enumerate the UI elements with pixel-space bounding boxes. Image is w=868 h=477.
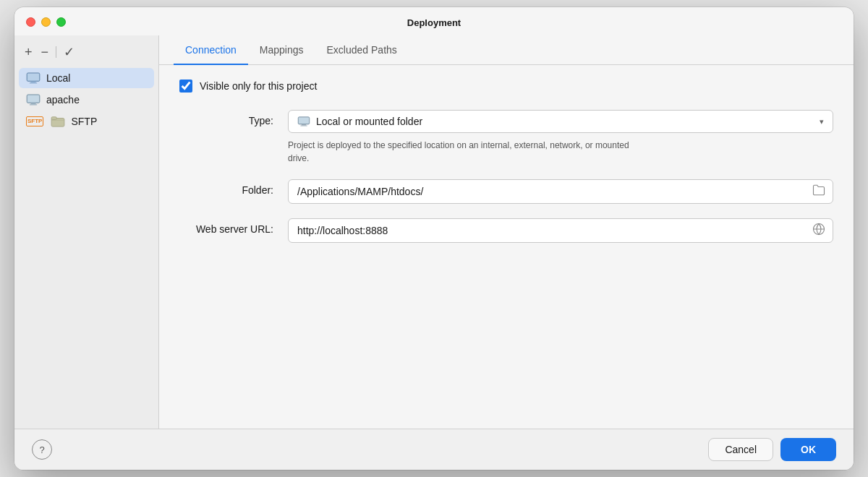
web-server-url-input-wrap (288, 218, 833, 243)
type-dropdown-value: Local or mounted folder (316, 116, 422, 127)
sidebar-item-apache-label: apache (46, 94, 80, 106)
close-button[interactable] (26, 17, 35, 27)
chevron-down-icon: ▾ (820, 117, 824, 126)
tab-mappings[interactable]: Mappings (248, 35, 315, 65)
folder-input[interactable] (289, 180, 805, 203)
web-server-url-input[interactable] (289, 219, 805, 242)
visible-only-label: Visible only for this project (200, 80, 317, 92)
deployment-dialog: Deployment + − ✓ Local (14, 7, 854, 470)
type-row: Type: Local or mounted folder ▾ (179, 110, 833, 165)
svg-rect-1 (30, 81, 35, 82)
toolbar-separator (56, 46, 56, 58)
sidebar-item-local-label: Local (46, 72, 70, 84)
footer: ? Cancel OK (14, 429, 854, 470)
monitor-icon-apache (26, 94, 41, 106)
type-dropdown-icon (297, 116, 310, 126)
sidebar-toolbar: + − ✓ (14, 41, 158, 67)
add-server-button[interactable]: + (22, 44, 35, 60)
tabs-bar: Connection Mappings Excluded Paths (159, 35, 854, 65)
cancel-button[interactable]: Cancel (708, 438, 773, 461)
help-button[interactable]: ? (32, 439, 52, 460)
sidebar-item-apache[interactable]: apache (19, 90, 154, 110)
web-server-url-control-wrap (288, 218, 833, 243)
folder-label: Folder: (179, 179, 273, 196)
type-control-wrap: Local or mounted folder ▾ Project is dep… (288, 110, 833, 165)
form-area: Visible only for this project Type: (159, 65, 854, 429)
right-panel: Connection Mappings Excluded Paths Visib… (159, 35, 854, 429)
svg-rect-11 (302, 124, 306, 126)
folder-control-wrap (288, 179, 833, 204)
remove-server-button[interactable]: − (38, 44, 52, 60)
folder-row: Folder: (179, 179, 833, 204)
tab-excluded-paths[interactable]: Excluded Paths (315, 35, 409, 65)
window-controls (26, 17, 66, 27)
globe-icon[interactable] (805, 223, 833, 239)
svg-rect-9 (52, 117, 57, 120)
minimize-button[interactable] (41, 17, 51, 27)
main-content: + − ✓ Local (14, 35, 854, 429)
title-bar: Deployment (14, 7, 854, 35)
dialog-title: Deployment (407, 17, 461, 28)
sidebar-item-local[interactable]: Local (19, 68, 154, 88)
maximize-button[interactable] (56, 17, 66, 27)
sidebar-item-sftp[interactable]: SFTP SFTP (19, 111, 154, 132)
svg-rect-2 (30, 82, 38, 83)
web-server-url-row: Web server URL: (179, 218, 833, 243)
footer-buttons: Cancel OK (708, 438, 836, 461)
folder-icon-sftp (51, 116, 65, 127)
confirm-button[interactable]: ✓ (61, 44, 77, 60)
type-label: Type: (179, 110, 273, 126)
tab-connection[interactable]: Connection (174, 35, 248, 65)
web-server-url-label: Web server URL: (179, 218, 273, 235)
svg-rect-13 (299, 118, 309, 124)
monitor-icon (26, 72, 41, 84)
sidebar-item-sftp-label: SFTP (71, 116, 97, 127)
folder-browse-icon[interactable] (805, 184, 833, 199)
svg-rect-3 (27, 74, 39, 81)
type-help-text: Project is deployed to the specified loc… (288, 139, 650, 165)
sidebar: + − ✓ Local (14, 35, 159, 429)
visible-only-checkbox[interactable] (179, 80, 192, 93)
sftp-icon: SFTP (26, 116, 43, 126)
svg-rect-5 (30, 103, 35, 104)
visible-only-row: Visible only for this project (179, 80, 833, 93)
svg-rect-12 (300, 125, 307, 126)
folder-input-wrap (288, 179, 833, 204)
svg-rect-6 (30, 104, 38, 105)
ok-button[interactable]: OK (780, 438, 836, 461)
svg-rect-7 (27, 95, 39, 103)
type-dropdown[interactable]: Local or mounted folder ▾ (288, 110, 833, 133)
